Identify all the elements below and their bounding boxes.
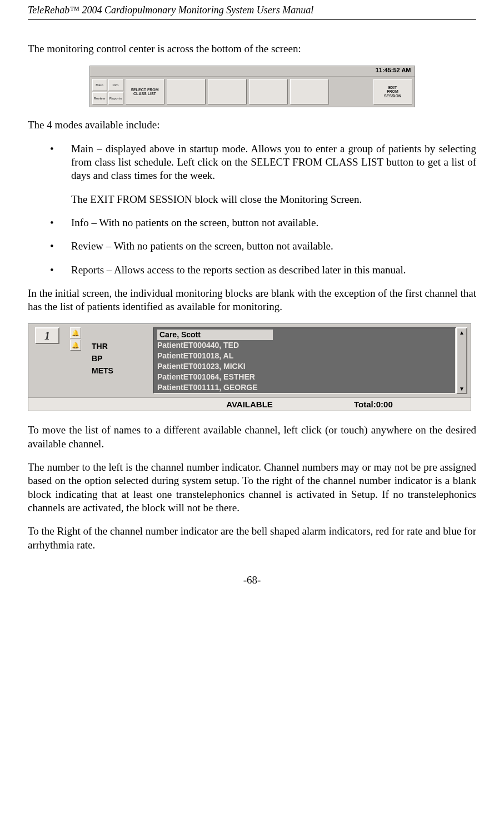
control-bar: 11:45:52 AM Main Info Review Reports SEL… [89,66,415,107]
channel-number-indicator[interactable]: 1 [35,327,59,344]
mode-button-group: Main Info Review Reports [92,79,123,104]
label-thr: THR [92,341,153,353]
figure-channel-block: 1 🔔 🔔 THR BP METS Care, Scott PatientET0… [28,323,471,411]
alarm-indicator-group: 🔔 🔔 [66,324,85,397]
para-alarm-indicators: To the Right of the channel number indic… [28,525,476,552]
mode-item-reports: Reports – Allows access to the reports s… [28,263,476,277]
modes-list: Main – displayed above in startup mode. … [28,142,476,277]
patient-list-item[interactable]: PatientET000440, TED [157,340,452,351]
running-header: TeleRehab™ 2004 Cardiopulmonary Monitori… [28,0,476,18]
patient-list-item-selected[interactable]: Care, Scott [157,330,273,340]
slot-button-4[interactable]: . [290,79,329,104]
slot-button-3[interactable]: . [249,79,288,104]
patient-list[interactable]: Care, Scott PatientET000440, TED Patient… [153,327,456,394]
patient-list-item[interactable]: PatientET001111, GEORGE [157,382,452,393]
para-modes-intro: The 4 modes available include: [28,118,476,132]
review-button[interactable]: Review [92,92,107,104]
mode-item-main: Main – displayed above in startup mode. … [28,142,476,206]
para-move-list: To move the list of names to a different… [28,423,476,451]
para-channel-number: The number to the left is the channel nu… [28,461,476,515]
mode-item-review: Review – With no patients on the screen,… [28,240,476,253]
main-button[interactable]: Main [92,79,107,91]
info-button[interactable]: Info [108,79,123,91]
reports-button[interactable]: Reports [108,92,123,104]
scroll-up-icon[interactable]: ▲ [459,330,465,336]
control-bar-header: 11:45:52 AM [90,66,415,77]
patient-list-item[interactable]: PatientET001064, ESTHER [157,372,452,382]
figure-control-bar: 11:45:52 AM Main Info Review Reports SEL… [28,66,476,107]
mode-item-info: Info – With no patients on the screen, b… [28,216,476,230]
clock-label: 11:45:52 AM [376,67,411,73]
mode-item-main-sub: The EXIT FROM SESSION block will close t… [71,193,476,206]
patient-list-item[interactable]: PatientET001023, MICKI [157,361,452,372]
rate-alarm-bell-icon[interactable]: 🔔 [70,327,81,338]
label-mets: METS [92,365,153,377]
exit-from-session-button[interactable]: EXIT FROM SESSION [373,79,412,104]
page-number: -68- [28,574,476,586]
patient-list-item[interactable]: PatientET001018, AL [157,351,452,361]
select-from-class-list-button[interactable]: SELECT FROM CLASS LIST [126,79,164,104]
para-intro-controlbar: The monitoring control center is across … [28,42,476,56]
slot-button-2[interactable]: . [208,79,247,104]
patient-list-scrollbar[interactable]: ▲ ▼ [456,327,467,394]
arrhythmia-alarm-bell-icon[interactable]: 🔔 [70,340,81,351]
header-rule [28,19,476,20]
para-initial-screen: In the initial screen, the individual mo… [28,287,476,314]
scroll-down-icon[interactable]: ▼ [459,386,465,392]
channel-status-label: AVAILABLE [145,400,354,409]
slot-button-1[interactable]: . [167,79,206,104]
channel-total-label: Total:0:00 [354,400,465,409]
label-bp: BP [92,353,153,365]
channel-status-bar: AVAILABLE Total:0:00 [28,397,471,411]
channel-metric-labels: THR BP METS [85,324,153,397]
